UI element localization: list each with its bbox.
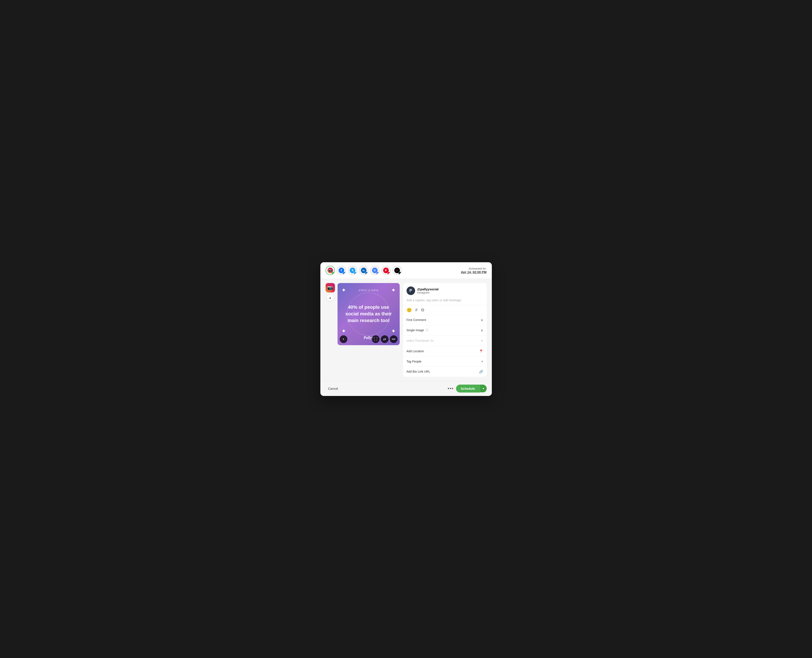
tag-people-plus-icon: + [481,360,483,363]
google-badge: g [376,272,379,275]
star-bottom-right: ✦ [391,328,396,334]
schedule-button-group: Schedule ▾ [456,385,487,393]
left-panel: 📷 ▲ STATS & DATA ✦ ✦ ✦ ✦ 40% of people u… [326,283,400,377]
more-options-footer-button[interactable]: ••• [448,386,454,391]
instagram-icon-bar: 📷 ▲ [326,283,335,377]
post-image-text: 40% of people use social media as their … [337,300,400,328]
account-avatar: P [406,287,415,295]
modal-body: 📷 ▲ STATS & DATA ✦ ✦ ✦ ✦ 40% of people u… [320,279,492,381]
plus-icon: + [342,337,344,341]
image-overlay-buttons: + ⛶ ⇄ ••• [337,335,400,343]
expand-icon: ⛶ [374,337,378,341]
footer-right: ••• Schedule ▾ [448,385,487,393]
facebook-badge: f [343,272,346,275]
add-media-button[interactable]: + [340,335,347,343]
video-thumbnail-add-button[interactable]: + [481,338,483,343]
linkedin-badge: in [365,272,368,275]
add-bio-link-label: Add Bio Link URL [406,370,430,373]
schedule-button[interactable]: Schedule [456,385,480,393]
add-location-row[interactable]: Add Location 📍 [403,346,487,356]
caption-placeholder: Add a caption, tag users or add hashtags… [406,298,483,302]
schedule-date[interactable]: Apr 14, 02:00 PM [461,270,486,274]
platform-icon-linkedin[interactable]: in in [359,266,368,275]
single-image-label: Single Image ⓘ [406,328,429,332]
post-preview-image: STATS & DATA ✦ ✦ ✦ ✦ 40% of people use s… [337,283,400,345]
star-top-right: ✦ [391,287,396,293]
first-comment-accordion[interactable]: First Comment ∨ [403,315,487,325]
single-image-accordion[interactable]: Single Image ⓘ ∨ [403,325,487,335]
platform-icon-pinterest[interactable]: P p [381,266,391,275]
chevron-down-icon: ▾ [483,387,484,390]
platform-icon-instagram[interactable]: 📷 ✓ [326,266,335,275]
video-thumbnail-row: Video Thumbnail: 0s + [403,335,487,346]
caption-toolbar: 🙂 # ⧉ [403,305,487,315]
add-location-label: Add Location [406,349,424,353]
video-thumbnail-label: Video Thumbnail: 0s [406,339,434,342]
platform-icon-twitter[interactable]: 𝕏 t [348,266,357,275]
modal-container: 📷 ✓ f f 𝕏 t in in G g [320,262,492,396]
right-panel: P @pallyysocial Instagram Add a caption,… [403,283,487,377]
link-icon: 🔗 [479,370,483,374]
first-comment-label: First Comment [406,318,426,321]
platform-icon-facebook[interactable]: f f [337,266,346,275]
swap-button[interactable]: ⇄ [381,335,389,343]
caption-area[interactable]: Add a caption, tag users or add hashtags… [403,297,487,305]
platform-icon-tiktok[interactable]: ♪ t [392,266,402,275]
scheduled-for-label: Scheduled for: [461,267,486,270]
hashtag-button[interactable]: # [415,307,418,312]
chevron-up-icon: ▲ [329,296,332,299]
active-check-badge: ✓ [332,272,335,275]
modal-header: 📷 ✓ f f 𝕏 t in in G g [320,262,492,279]
account-platform: Instagram [417,291,439,294]
account-name: @pallyysocial [417,287,439,291]
tag-people-label: Tag People [406,360,422,363]
schedule-info: Scheduled for: Apr 14, 02:00 PM [461,267,486,274]
platform-icon-google[interactable]: G g [370,266,379,275]
platform-icons-list: 📷 ✓ f f 𝕏 t in in G g [326,266,402,275]
image-action-buttons: ⛶ ⇄ ••• [372,335,398,343]
star-bottom-left: ✦ [342,328,346,334]
more-options-button[interactable]: ••• [390,335,398,343]
collapse-button[interactable]: ▲ [327,294,334,301]
info-icon: ⓘ [426,328,428,332]
add-bio-link-row[interactable]: Add Bio Link URL 🔗 [403,367,487,377]
tiktok-badge: t [398,272,402,275]
emoji-button[interactable]: 🙂 [406,307,412,313]
pinterest-badge: p [387,272,391,275]
single-image-chevron-icon: ∨ [481,328,483,332]
twitter-badge: t [354,272,357,275]
location-icon: 📍 [479,349,483,353]
star-top-left: ✦ [342,287,346,293]
tag-people-row[interactable]: Tag People + [403,356,487,367]
first-comment-chevron-icon: ∨ [481,318,483,322]
schedule-dropdown-button[interactable]: ▾ [480,385,487,392]
copy-button[interactable]: ⧉ [421,307,424,312]
instagram-platform-icon: 📷 [326,283,335,293]
modal-footer: Cancel ••• Schedule ▾ [320,381,492,396]
avatar-letter: P [409,288,412,293]
cancel-button[interactable]: Cancel [326,385,341,392]
expand-button[interactable]: ⛶ [372,335,379,343]
swap-icon: ⇄ [383,337,386,341]
ellipsis-icon: ••• [392,337,395,341]
post-image-label: STATS & DATA [359,289,378,291]
account-details: @pallyysocial Instagram [417,287,439,294]
account-info: P @pallyysocial Instagram [403,283,487,297]
